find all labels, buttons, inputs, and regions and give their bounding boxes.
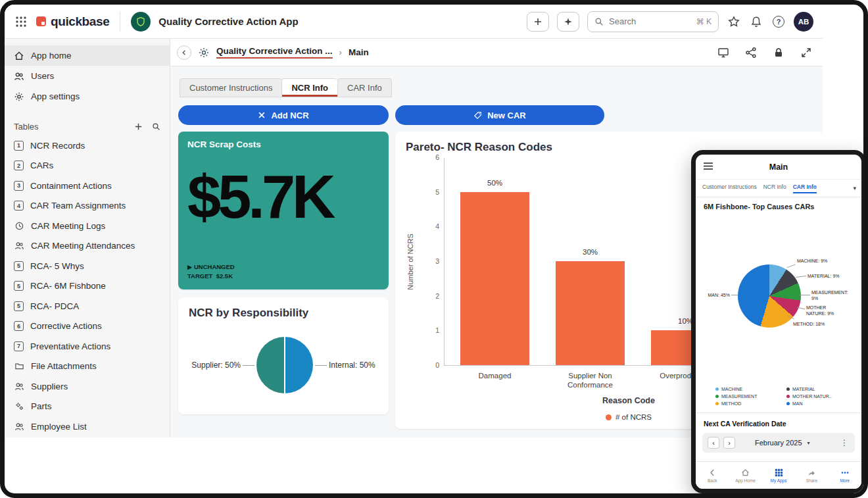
share-network-icon[interactable]: [745, 47, 757, 59]
ncr-scrap-costs-card[interactable]: NCR Scrap Costs $5.7K ▶ UNCHANGED TARGET…: [178, 132, 389, 289]
search-tables-icon[interactable]: [152, 122, 160, 131]
label-connector-line: [786, 264, 795, 268]
sidebar-table-employee-list[interactable]: Employee List: [5, 416, 170, 437]
responsibility-chart-title: NCR by Responsibility: [189, 307, 378, 320]
legend-item: METHOD: [715, 401, 784, 406]
sidebar-table-ncr-records[interactable]: 1NCR Records: [5, 136, 170, 156]
collapse-sidebar-button[interactable]: [177, 45, 191, 60]
sidebar: App home Users App settings Tables 1NCR …: [5, 39, 170, 437]
trend-marker-icon: ▶: [187, 263, 192, 270]
new-item-button[interactable]: [527, 12, 549, 32]
sidebar-table-rca-6m-fishbone[interactable]: 5RCA- 6M Fishbone: [5, 276, 170, 297]
calendar-next-button[interactable]: ›: [723, 437, 735, 449]
label-connector-line: [800, 295, 810, 295]
present-monitor-icon[interactable]: [717, 47, 729, 59]
sidebar-table-corrective-actions[interactable]: 6Corrective Actions: [5, 316, 170, 337]
man-slice-label: MAN: 45%: [705, 292, 730, 298]
phone-tab-car-info[interactable]: CAR Info: [793, 184, 817, 193]
page-settings-gear-icon[interactable]: [198, 47, 210, 59]
responsibility-pie[interactable]: [256, 337, 313, 393]
sidebar-item-users[interactable]: Users: [5, 66, 170, 86]
legend-item: MACHINE: [715, 387, 784, 391]
internal-slice-label: Internal: 50%: [329, 361, 375, 370]
calendar-caret-icon[interactable]: ▾: [808, 440, 810, 446]
app-shield-icon: [131, 12, 151, 32]
x-axis-category-label: Damaged: [452, 371, 538, 380]
bar-percent-label: 50%: [460, 179, 529, 187]
expand-icon[interactable]: [800, 47, 812, 59]
calendar-toolbar: ‹ › February 2025 ▾ ⋮: [702, 433, 855, 453]
sidebar-item-app-settings[interactable]: App settings: [5, 86, 170, 107]
search-input[interactable]: [609, 16, 691, 26]
add-table-icon[interactable]: [134, 122, 143, 131]
phone-tab-ncr-info[interactable]: NCR Info: [763, 184, 786, 193]
machine-slice-label: MACHINE: 9%: [797, 258, 827, 264]
breadcrumb-separator: ›: [339, 47, 342, 57]
add-ncr-button[interactable]: Add NCR: [178, 105, 389, 125]
breadcrumb-app-name[interactable]: Quality Corrective Action ...: [216, 46, 333, 59]
y-axis-tick: 5: [425, 188, 439, 196]
phone-tab-customer-instructions[interactable]: Customer Instructions: [702, 184, 757, 193]
notifications-bell-icon[interactable]: [749, 16, 763, 28]
tab-car-info[interactable]: CAR Info: [337, 78, 392, 97]
legend-dot: [715, 387, 719, 391]
nav-my-apps[interactable]: My Apps: [762, 462, 795, 489]
user-avatar[interactable]: AB: [794, 12, 813, 32]
sidebar-table-suppliers[interactable]: Suppliers: [5, 376, 170, 397]
scrap-card-value: $5.7K: [187, 166, 379, 227]
pie-split-line: [284, 337, 285, 393]
quickbase-logo[interactable]: quickbase: [36, 14, 109, 29]
tabs-overflow-caret-icon[interactable]: ▾: [853, 185, 856, 191]
search-icon: [594, 17, 604, 26]
lock-icon[interactable]: [773, 47, 784, 59]
nav-back[interactable]: Back: [696, 462, 729, 489]
mother-nature-slice-label: MOTHER NATURE: 9%: [806, 305, 839, 317]
favorites-star-icon[interactable]: [727, 16, 741, 28]
legend-label: # of NCRS: [615, 413, 652, 421]
numbered-table-icon: 3: [14, 181, 24, 191]
tab-customer-instructions[interactable]: Customer Instructions: [180, 78, 281, 97]
sidebar-table-rca-pdca[interactable]: 5RCA- PDCA: [5, 296, 170, 316]
sidebar-table-preventative-actions[interactable]: 7Preventative Actions: [5, 336, 170, 357]
users-icon: [14, 71, 24, 82]
help-icon[interactable]: ?: [771, 16, 786, 28]
global-search-box[interactable]: ⌘ K: [587, 11, 719, 32]
measurement-slice-label: MEASUREMENT: 9%: [811, 289, 848, 302]
sidebar-item-app-home[interactable]: App home: [5, 45, 170, 66]
new-car-button[interactable]: New CAR: [395, 105, 604, 125]
nav-app-home[interactable]: App Home: [729, 462, 761, 489]
calendar-kebab-menu-icon[interactable]: ⋮: [840, 438, 848, 447]
verification-section-title: Next CA Verification Date: [696, 413, 861, 433]
pareto-bar[interactable]: [460, 192, 529, 365]
sidebar-table-parts[interactable]: Parts: [5, 397, 170, 417]
sidebar-table-car-team-assignments[interactable]: 4CAR Team Assignments: [5, 196, 170, 216]
app-title: Quality Corrective Action App: [158, 16, 298, 27]
legend-dot: [786, 402, 790, 405]
actions-row: Add NCR New CAR: [178, 105, 815, 125]
phone-page-title: Main: [769, 162, 788, 172]
page-header: Quality Corrective Action ... › Main: [170, 39, 823, 66]
ai-smart-builder-button[interactable]: [557, 12, 579, 32]
tab-ncr-info[interactable]: NCR Info: [281, 78, 337, 97]
calendar-prev-button[interactable]: ‹: [708, 437, 719, 449]
new-car-tag-icon: [473, 111, 482, 120]
scrap-card-footer: ▶ UNCHANGED TARGET $2.5K: [187, 262, 235, 282]
phone-bottom-nav: Back App Home My Apps Share More: [696, 461, 861, 489]
calendar-month-label[interactable]: February 2025: [755, 439, 802, 447]
hamburger-menu-icon[interactable]: [704, 162, 713, 170]
nav-more[interactable]: More: [829, 462, 861, 489]
app-launcher-waffle-icon[interactable]: [14, 16, 28, 28]
sidebar-table-car-meeting-logs[interactable]: CAR Meeting Logs: [5, 216, 170, 236]
sidebar-table-file-attachments[interactable]: File Attachments: [5, 357, 170, 377]
sidebar-table-car-meeting-attendances[interactable]: CAR Meeting Attendances: [5, 236, 170, 257]
sidebar-table-rca-5-whys[interactable]: 5RCA- 5 Whys: [5, 256, 170, 276]
legend-dot: [715, 395, 719, 398]
supplier-slice-label: Supplier: 50%: [191, 361, 241, 370]
label-connector-line: [731, 295, 738, 295]
sidebar-table-containment-actions[interactable]: 3Containment Actions: [5, 176, 170, 196]
mobile-preview-panel: Main Customer Instructions NCR Info CAR …: [691, 150, 866, 493]
nav-share[interactable]: Share: [795, 462, 828, 489]
sidebar-table-cars[interactable]: 2CARs: [5, 156, 170, 176]
back-chevron-icon: [708, 468, 717, 477]
pareto-bar[interactable]: [556, 261, 625, 365]
